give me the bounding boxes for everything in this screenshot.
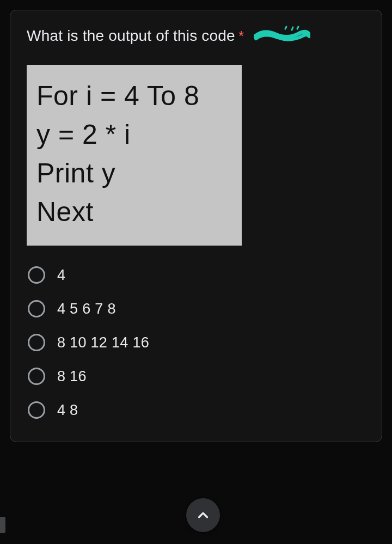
option-label: 4 bbox=[57, 267, 65, 284]
question-header: What is the output of this code * bbox=[27, 26, 365, 46]
radio-icon bbox=[28, 334, 45, 351]
option-45678[interactable]: 4 5 6 7 8 bbox=[27, 294, 365, 324]
question-text: What is the output of this code bbox=[27, 27, 235, 45]
option-4[interactable]: 4 bbox=[27, 260, 365, 290]
chevron-up-icon bbox=[195, 507, 211, 523]
required-asterisk: * bbox=[238, 28, 244, 45]
option-81012-14-16[interactable]: 8 10 12 14 16 bbox=[27, 327, 365, 358]
option-label: 4 8 bbox=[57, 402, 78, 419]
code-line: y = 2 * i bbox=[36, 115, 232, 154]
radio-icon bbox=[28, 368, 45, 385]
side-handle[interactable] bbox=[0, 517, 5, 533]
option-label: 4 5 6 7 8 bbox=[57, 301, 116, 317]
options-list: 4 4 5 6 7 8 8 10 12 14 16 8 16 4 8 bbox=[27, 260, 365, 425]
option-48[interactable]: 4 8 bbox=[27, 395, 365, 425]
scroll-top-button[interactable] bbox=[186, 498, 220, 532]
radio-icon bbox=[28, 266, 45, 284]
code-line: For i = 4 To 8 bbox=[36, 77, 232, 115]
radio-icon bbox=[28, 300, 45, 317]
option-label: 8 10 12 14 16 bbox=[57, 334, 149, 351]
code-line: Print y bbox=[36, 154, 232, 193]
annotation-scribble bbox=[254, 26, 310, 46]
option-816[interactable]: 8 16 bbox=[27, 361, 365, 392]
code-line: Next bbox=[36, 193, 232, 231]
code-image: For i = 4 To 8 y = 2 * i Print y Next bbox=[27, 65, 242, 246]
question-card: What is the output of this code * For i … bbox=[10, 10, 382, 442]
option-label: 8 16 bbox=[57, 368, 87, 385]
radio-icon bbox=[28, 401, 45, 419]
